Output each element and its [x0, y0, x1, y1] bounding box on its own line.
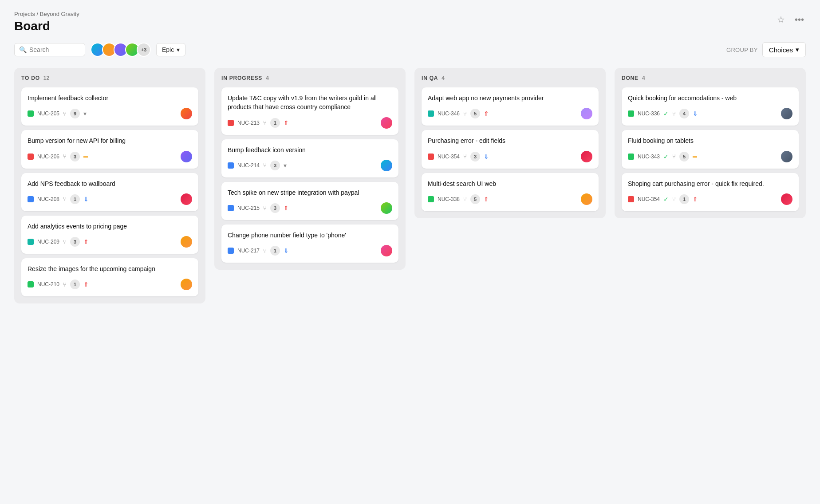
task-card[interactable]: Multi-dest search UI web NUC-338 ⑂ 5 ⇑: [422, 173, 599, 211]
merge-icon: ⑂: [63, 110, 67, 117]
card-avatar: [381, 117, 392, 129]
card-count: 5: [470, 109, 480, 118]
card-title: Shoping cart purchasing error - quick fi…: [628, 179, 792, 188]
toolbar-right: GROUP BY Choices ▾: [726, 42, 806, 57]
card-meta: NUC-209 ⑂ 3 ⇑: [28, 236, 192, 248]
card-id: NUC-208: [37, 196, 59, 202]
card-id: NUC-206: [37, 154, 59, 160]
card-title: Tech spike on new stripe integration wit…: [228, 188, 392, 197]
column-title: DONE: [622, 75, 639, 81]
card-meta: NUC-205 ⑂ 9 ▾: [28, 108, 192, 119]
column-count: 12: [43, 75, 49, 81]
column-header: TO DO 12: [21, 75, 198, 81]
task-card[interactable]: Bump version for new API for billing NUC…: [21, 130, 198, 168]
card-count: 3: [270, 203, 280, 213]
check-icon: ✓: [663, 196, 669, 203]
task-card[interactable]: Quick booking for accomodations - web NU…: [622, 87, 799, 126]
card-id: NUC-354: [438, 154, 460, 160]
avatar-more[interactable]: +3: [137, 43, 151, 57]
card-id: NUC-210: [37, 281, 59, 287]
column-count: 4: [642, 75, 645, 81]
task-card[interactable]: Resize the images for the upcoming campa…: [21, 258, 198, 296]
search-box[interactable]: 🔍: [14, 43, 85, 56]
card-id: NUC-343: [638, 154, 660, 160]
search-icon: 🔍: [19, 46, 27, 53]
card-type-badge: [28, 196, 34, 202]
card-count: 5: [470, 194, 480, 204]
card-meta: NUC-338 ⑂ 5 ⇑: [428, 193, 592, 205]
task-card[interactable]: Implement feedback collector NUC-205 ⑂ 9…: [21, 87, 198, 126]
column-inqa: IN QA 4 Adapt web app no new payments pr…: [414, 68, 606, 218]
card-title: Multi-dest search UI web: [428, 179, 592, 188]
task-card[interactable]: Add analytics events to pricing page NUC…: [21, 216, 198, 254]
board: TO DO 12 Implement feedback collector NU…: [14, 68, 806, 303]
priority-high-icon: ⇑: [284, 205, 289, 212]
merge-icon: ⑂: [63, 196, 67, 202]
card-count: 4: [679, 109, 689, 118]
star-button[interactable]: ☆: [775, 12, 787, 27]
card-title: Update T&C copy with v1.9 from the write…: [228, 94, 392, 112]
card-meta: NUC-210 ⑂ 1 ⇑: [28, 279, 192, 290]
check-icon: ✓: [663, 153, 669, 160]
priority-low-icon: ⇓: [83, 196, 89, 203]
card-avatar: [781, 108, 792, 119]
card-meta: NUC-346 ⑂ 5 ⇑: [428, 108, 592, 119]
column-header: DONE 4: [622, 75, 799, 81]
task-card[interactable]: Bump feedback icon version NUC-214 ⑂ 3 ▾: [221, 139, 398, 177]
priority-medium-icon: ═: [693, 153, 697, 160]
task-card[interactable]: Change phone number field type to 'phone…: [221, 224, 398, 263]
task-card[interactable]: Tech spike on new stripe integration wit…: [221, 182, 398, 220]
merge-icon: ⑂: [263, 205, 267, 212]
card-type-badge: [228, 205, 234, 211]
task-card[interactable]: Shoping cart purchasing error - quick fi…: [622, 173, 799, 211]
priority-down-icon: ▾: [284, 162, 287, 169]
card-count: 3: [70, 237, 80, 247]
task-card[interactable]: Adapt web app no new payments provider N…: [422, 87, 599, 126]
choices-label: Choices: [769, 46, 793, 54]
team-avatars[interactable]: +3: [91, 43, 151, 57]
choices-button[interactable]: Choices ▾: [762, 42, 806, 57]
priority-high-icon: ⇑: [83, 238, 89, 245]
card-meta: NUC-354 ✓ ⑂ 1 ⇑: [628, 193, 792, 205]
page-title: Board: [14, 19, 806, 33]
column-inprogress: IN PROGRESS 4 Update T&C copy with v1.9 …: [214, 68, 406, 270]
priority-high-icon: ⇑: [693, 196, 698, 203]
search-input[interactable]: [29, 46, 80, 53]
card-title: Resize the images for the upcoming campa…: [28, 264, 192, 273]
merge-icon: ⑂: [672, 153, 676, 160]
column-header: IN PROGRESS 4: [221, 75, 398, 81]
card-id: NUC-346: [438, 110, 460, 117]
card-avatar: [581, 108, 592, 119]
card-count: 1: [270, 118, 280, 128]
priority-low-icon: ⇓: [484, 153, 489, 160]
task-card[interactable]: Update T&C copy with v1.9 from the write…: [221, 87, 398, 135]
epic-button[interactable]: Epic ▾: [156, 43, 185, 56]
card-count: 1: [70, 280, 80, 289]
column-done: DONE 4 Quick booking for accomodations -…: [615, 68, 806, 218]
card-id: NUC-213: [237, 120, 260, 126]
merge-icon: ⑂: [672, 196, 676, 202]
card-count: 3: [70, 152, 80, 161]
card-type-badge: [628, 110, 634, 117]
card-type-badge: [228, 120, 234, 126]
card-meta: NUC-215 ⑂ 3 ⇑: [228, 202, 392, 214]
task-card[interactable]: Purchasing error - edit fields NUC-354 ⑂…: [422, 130, 599, 168]
card-type-badge: [428, 110, 434, 117]
card-avatar: [181, 236, 192, 248]
priority-low-icon: ⇓: [693, 110, 698, 117]
card-title: Purchasing error - edit fields: [428, 136, 592, 145]
column-header: IN QA 4: [422, 75, 599, 81]
card-type-badge: [28, 239, 34, 245]
merge-icon: ⑂: [672, 110, 676, 117]
more-button[interactable]: •••: [793, 13, 806, 27]
merge-icon: ⑂: [463, 196, 467, 202]
card-type-badge: [28, 281, 34, 287]
card-avatar: [781, 193, 792, 205]
card-type-badge: [428, 154, 434, 160]
task-card[interactable]: Add NPS feedback to wallboard NUC-208 ⑂ …: [21, 173, 198, 211]
card-title: Bump version for new API for billing: [28, 136, 192, 145]
card-title: Adapt web app no new payments provider: [428, 94, 592, 102]
card-avatar: [181, 108, 192, 119]
card-avatar: [581, 193, 592, 205]
task-card[interactable]: Fluid booking on tablets NUC-343 ✓ ⑂ 5 ═: [622, 130, 799, 168]
